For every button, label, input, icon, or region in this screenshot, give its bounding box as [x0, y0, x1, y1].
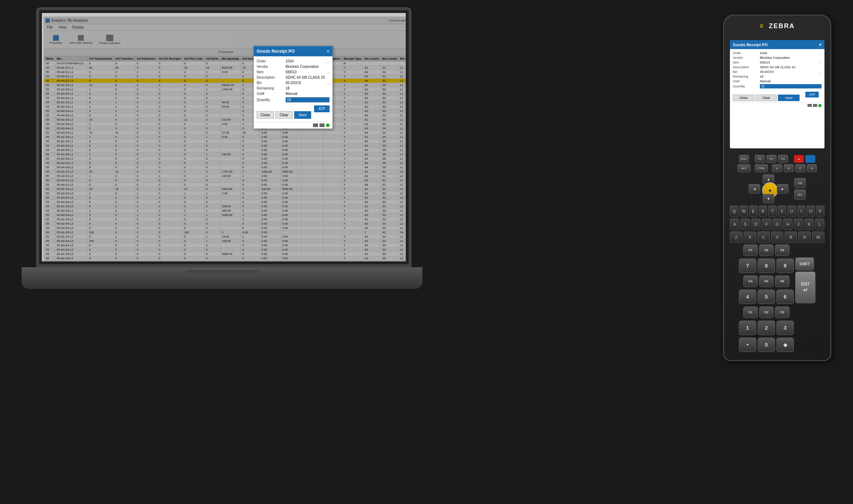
- f2-key[interactable]: F2: [766, 155, 776, 163]
- enter-key[interactable]: ENT ↵: [795, 271, 815, 303]
- alt-key[interactable]: ALT: [737, 164, 750, 172]
- ctrl-key[interactable]: CTRL: [755, 164, 768, 172]
- d-key[interactable]: D: [751, 218, 761, 230]
- power-key[interactable]: ●: [794, 155, 804, 163]
- k-key[interactable]: K: [804, 218, 814, 230]
- num-3-key[interactable]: 3: [776, 321, 794, 335]
- num-0-key[interactable]: 0: [758, 338, 775, 352]
- f-key[interactable]: F: [762, 218, 771, 230]
- f1-key[interactable]: F1: [755, 155, 765, 163]
- dialog-overlay: Goods Receipt PO × Order 1034 ... Vendor: [44, 17, 406, 261]
- device-desc-label: Description: [733, 65, 760, 69]
- dialog-clear-button[interactable]: Clear: [275, 111, 293, 119]
- x-key[interactable]: X: [744, 231, 756, 243]
- w-key[interactable]: W: [740, 205, 748, 217]
- g-key[interactable]: G: [773, 218, 782, 230]
- f3b-key[interactable]: F3: [775, 307, 789, 318]
- num-7-key[interactable]: 7: [739, 258, 756, 273]
- dot-key[interactable]: •: [739, 338, 756, 352]
- dialog-close-button[interactable]: Close: [257, 111, 274, 119]
- num-123-row: 1 2 3: [739, 321, 794, 335]
- dialog-bin-value: 05-DOCK: [286, 81, 326, 85]
- h-key[interactable]: H: [807, 164, 817, 172]
- shift-key[interactable]: SHIFT: [795, 257, 814, 270]
- tab-key[interactable]: TAB: [794, 178, 806, 188]
- r-key[interactable]: R: [759, 205, 767, 217]
- device-dialog-close[interactable]: ×: [819, 42, 822, 47]
- a-key[interactable]: A: [772, 164, 782, 172]
- device-desc-row: Description SDHC 64 GB CLASS 10: [733, 65, 822, 69]
- nav-left-key[interactable]: ◄: [749, 184, 760, 194]
- f2b-key[interactable]: F2: [759, 307, 774, 318]
- q-key[interactable]: Q: [730, 205, 739, 217]
- f8-key[interactable]: F8: [759, 244, 774, 256]
- device-item-row: Item I00013 ...: [733, 61, 822, 64]
- nav-pad: ▲ ◄ ● ► ▼: [749, 174, 788, 203]
- cc-key[interactable]: C: [757, 231, 770, 243]
- num-456-row: 4 5 6: [739, 290, 794, 304]
- dialog-quantity-label: Quantity: [257, 98, 286, 102]
- dialog-quantity-row: Quantity 18: [257, 97, 330, 103]
- v-key[interactable]: V: [771, 231, 784, 243]
- device-qty-value[interactable]: 18: [760, 84, 822, 88]
- device-close-button[interactable]: Close: [733, 95, 754, 101]
- bb-key[interactable]: B: [784, 231, 797, 243]
- f5-key[interactable]: F5: [759, 275, 774, 287]
- esc-key[interactable]: ESC: [739, 155, 749, 163]
- device-desc-value: SDHC 64 GB CLASS 10: [760, 65, 822, 69]
- alpha-row-3: Z X C V B N M: [730, 231, 824, 243]
- shift-enter-keys: SHIFT ENT ↵: [795, 257, 815, 303]
- num-4-key[interactable]: 4: [739, 290, 756, 304]
- num-6-key[interactable]: 6: [776, 290, 794, 304]
- nav-right-key[interactable]: ►: [777, 184, 788, 194]
- j-key[interactable]: J: [794, 218, 803, 230]
- device-save-button[interactable]: Save: [778, 95, 800, 101]
- f6-key[interactable]: F6: [775, 275, 789, 287]
- blue-key[interactable]: [805, 155, 815, 163]
- device-clear-button[interactable]: Clear: [756, 95, 777, 101]
- num-9-key[interactable]: 9: [776, 258, 794, 273]
- num-1-key[interactable]: 1: [739, 321, 756, 335]
- side-keys: TAB DEL: [794, 174, 806, 203]
- f7-key[interactable]: F7: [743, 244, 758, 256]
- zebra-device: ≡ ZEBRA Goods Receipt PO × Order 1034 ..…: [716, 14, 839, 375]
- laptop: Analytics: Bin Analytics Current Layer F…: [22, 7, 422, 303]
- l-key[interactable]: L: [815, 218, 824, 230]
- s-key[interactable]: S: [740, 218, 750, 230]
- c-key[interactable]: C: [795, 164, 805, 172]
- device-item-value: I00013: [760, 61, 819, 64]
- mm-key[interactable]: M: [812, 231, 824, 243]
- del-key[interactable]: DEL: [794, 190, 806, 200]
- num-2-key[interactable]: 2: [758, 321, 775, 335]
- modifier-key-row: ALT CTRL A B C H: [730, 164, 824, 172]
- f7-f9-row: F7 F8 F9: [739, 244, 794, 256]
- b-key[interactable]: B: [784, 164, 794, 172]
- n-key[interactable]: N: [798, 231, 811, 243]
- nav-down-key[interactable]: ▼: [763, 194, 774, 203]
- device-atp-button[interactable]: ATP: [805, 92, 819, 97]
- f9-key[interactable]: F9: [775, 244, 789, 256]
- dialog-close-x-button[interactable]: ×: [327, 48, 330, 54]
- atp-button[interactable]: ATP: [314, 105, 330, 112]
- e-key[interactable]: E: [749, 205, 758, 217]
- hh-key[interactable]: H: [783, 218, 792, 230]
- as-key[interactable]: A: [730, 218, 739, 230]
- diamond-key[interactable]: ◆: [776, 338, 794, 352]
- o-key[interactable]: O: [806, 205, 815, 217]
- z-key[interactable]: Z: [730, 231, 743, 243]
- num-8-key[interactable]: 8: [758, 258, 775, 273]
- u-key[interactable]: U: [787, 205, 796, 217]
- f3-key[interactable]: F3: [778, 155, 788, 163]
- f1b-key[interactable]: F1: [743, 307, 758, 318]
- p-key[interactable]: P: [816, 205, 825, 217]
- dialog-save-button[interactable]: Save: [294, 111, 312, 119]
- device-vendor-row: Vendor Blockies Corporation: [733, 56, 822, 60]
- f4-key[interactable]: F4: [743, 275, 758, 287]
- dialog-quantity-value[interactable]: 18: [286, 97, 330, 103]
- device-dialog-footer: [730, 103, 824, 108]
- num-5-key[interactable]: 5: [758, 290, 775, 304]
- dialog-item-row: Item I00013 ...: [257, 70, 330, 74]
- t-key[interactable]: T: [768, 205, 777, 217]
- i-key[interactable]: I: [797, 205, 806, 217]
- y-key[interactable]: Y: [778, 205, 787, 217]
